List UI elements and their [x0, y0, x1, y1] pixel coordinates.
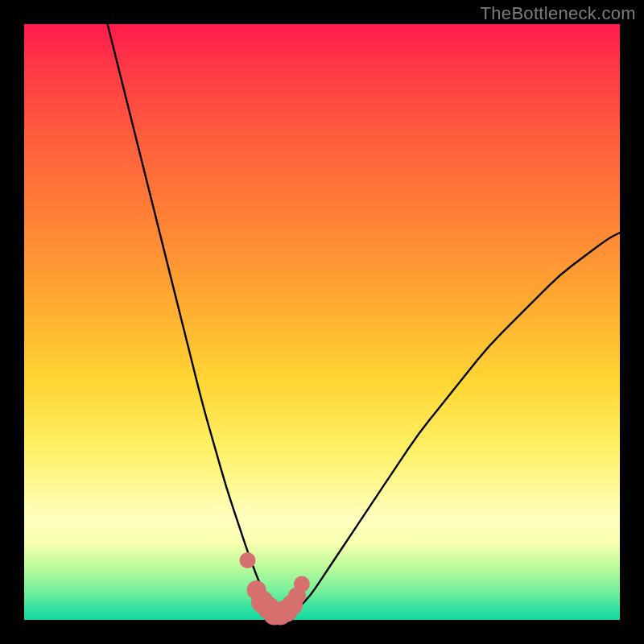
- curve-layer: [108, 24, 620, 614]
- highlight-dot: [240, 552, 256, 568]
- chart-svg: [24, 24, 620, 620]
- watermark-text: TheBottleneck.com: [481, 3, 636, 24]
- highlight-markers: [240, 552, 310, 625]
- plot-area: [24, 24, 620, 620]
- bottleneck-curve: [108, 24, 620, 614]
- highlight-dot: [294, 576, 310, 592]
- chart-frame: TheBottleneck.com: [0, 0, 644, 644]
